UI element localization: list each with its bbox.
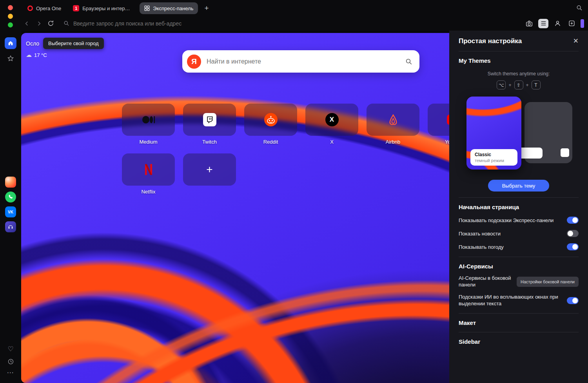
key-shift: ⇧ [514, 80, 523, 89]
panel-title: Простая настройка [459, 37, 522, 45]
toggle-news[interactable] [567, 230, 579, 237]
tab-label: Экспресс-панель [153, 5, 193, 11]
window-minimize-button[interactable] [8, 14, 13, 19]
city-label[interactable]: Осло [26, 40, 39, 47]
start-page-heading: Начальная страница [459, 204, 579, 210]
key-option: ⌥ [497, 80, 506, 89]
theme-card-next[interactable] [524, 102, 572, 163]
toggle-ai-popup[interactable] [567, 297, 579, 304]
yandex-logo: Я [187, 55, 201, 69]
search-icon[interactable] [405, 58, 412, 65]
dots-glyph: ⋯ [7, 368, 15, 377]
sidebar-heading: Sidebar [459, 338, 579, 345]
tab-speed-dial[interactable]: Экспресс-панель [140, 2, 198, 14]
bookmarks-icon[interactable] [5, 53, 16, 64]
temperature-label: 17 °C [34, 52, 47, 58]
speed-dial-row: Netflix + [122, 153, 236, 195]
tab-strip: Opera One 1 Браузеры и интернет. Экспрес… [23, 2, 213, 14]
new-tab-button[interactable]: + [200, 4, 212, 13]
yandex-search-bar[interactable]: Я [182, 50, 419, 73]
dial-airbnb[interactable]: Airbnb [367, 104, 419, 145]
left-sidebar: VK ♡ ⋯ [0, 31, 21, 383]
divider [459, 197, 579, 198]
sidebar-settings-button[interactable]: Настройки боковой панели [517, 277, 579, 287]
one-favicon: 1 [73, 5, 79, 11]
snapshot-camera-icon[interactable] [524, 19, 534, 28]
choose-theme-button[interactable]: Выбрать тему [488, 180, 549, 192]
dial-twitch[interactable]: Twitch [183, 104, 236, 145]
titlebar: Opera One 1 Браузеры и интернет. Экспрес… [0, 0, 588, 31]
layout-heading: Макет [459, 319, 579, 326]
aria-icon[interactable] [5, 177, 16, 188]
music-app-icon[interactable] [5, 221, 16, 232]
shortcut-keys: ⌥ + ⇧ + T [459, 80, 579, 89]
history-icon[interactable] [0, 358, 21, 365]
tab-search-icon[interactable] [576, 5, 583, 11]
dial-x[interactable]: X X [305, 104, 358, 145]
reload-button[interactable] [45, 18, 56, 29]
window-zoom-button[interactable] [8, 22, 13, 27]
theme-card-classic[interactable]: Classic темный режим [466, 97, 521, 170]
close-icon[interactable]: ✕ [573, 37, 579, 45]
theme-name: Classic [475, 152, 513, 157]
tab-browsers-internet[interactable]: 1 Браузеры и интернет. [68, 2, 137, 14]
pinboard-heart-icon[interactable]: ♡ [0, 345, 21, 353]
dial-netflix[interactable]: Netflix [122, 153, 175, 195]
speed-dial-row: Medium Twitch Reddit X X [122, 104, 481, 145]
speed-dial-settings-icon[interactable] [538, 19, 548, 28]
toggle-label: Показывать погоду [459, 244, 504, 250]
dial-label: Airbnb [367, 139, 419, 145]
medium-icon [142, 115, 155, 124]
forward-button[interactable] [33, 18, 45, 29]
start-page-button[interactable] [5, 37, 16, 49]
toggle-row-speeddial-suggestions: Показывать подсказки Экспресс-панели [459, 217, 579, 224]
divider [459, 51, 579, 51]
divider [459, 257, 579, 257]
dial-label: Reddit [244, 139, 297, 145]
ai-sidebar-row: AI-Сервисы в боковой панели Настройки бо… [459, 275, 579, 288]
toggle-row-weather: Показывать погоду [459, 243, 579, 250]
toggle-label: Показать новости [459, 231, 501, 237]
key-t: T [532, 80, 541, 89]
plus-separator: + [526, 82, 529, 88]
ai-popup-label: Подсказки ИИ во всплывающих окнах при вы… [459, 294, 563, 307]
airbnb-icon [387, 113, 400, 126]
profile-icon[interactable] [552, 19, 563, 28]
netflix-icon [144, 163, 153, 176]
theme-card-label: Classic темный режим [470, 149, 517, 166]
x-glyph: X [330, 116, 334, 124]
tab-label: Браузеры и интернет. [82, 5, 132, 11]
cloud-icon: ☁ [26, 51, 32, 58]
ai-services-heading: AI-Сервисы [459, 263, 579, 270]
toggle-row-news: Показать новости [459, 230, 579, 237]
vk-icon[interactable]: VK [5, 206, 16, 217]
address-input[interactable] [73, 20, 371, 27]
window-close-button[interactable] [8, 5, 13, 10]
extensions-icon[interactable] [566, 19, 577, 28]
whatsapp-icon[interactable] [5, 192, 16, 202]
divider [459, 332, 579, 332]
dial-label: Twitch [183, 139, 236, 145]
tab-opera-one[interactable]: Opera One [23, 2, 66, 14]
toggle-weather[interactable] [567, 243, 579, 250]
dial-medium[interactable]: Medium [122, 104, 175, 145]
ai-sidebar-label: AI-Сервисы в боковой панели [459, 275, 513, 288]
themes-hint: Switch themes anytime using: [459, 71, 579, 77]
pinned-sidebar-chip[interactable] [581, 19, 584, 28]
sidebar-more-icon[interactable]: ⋯ [0, 368, 21, 377]
theme-mode: темный режим [475, 158, 513, 163]
toggle-speeddial-suggestions[interactable] [567, 217, 579, 224]
search-icon [64, 20, 69, 26]
vk-glyph: VK [8, 210, 13, 214]
yandex-search-input[interactable] [207, 58, 405, 65]
address-field[interactable] [64, 20, 524, 27]
tab-label: Opera One [36, 5, 61, 11]
dial-label: X [305, 139, 358, 145]
add-icon: + [206, 163, 212, 176]
ai-popup-row: Подсказки ИИ во всплывающих окнах при вы… [459, 294, 579, 307]
back-button[interactable] [21, 18, 33, 29]
dial-label: Medium [122, 139, 175, 145]
dial-add-tile[interactable]: + [183, 153, 236, 195]
theme-carousel: Classic темный режим [459, 97, 579, 173]
dial-reddit[interactable]: Reddit [244, 104, 297, 145]
